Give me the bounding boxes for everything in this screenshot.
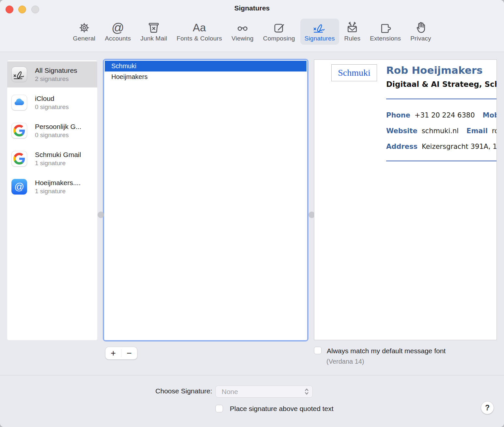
preview-website-row: Websiteschmuki.nlEmailro (386, 127, 497, 135)
add-remove-control: + − (105, 347, 137, 359)
mail-preferences-window: Signatures General @ Accounts (0, 0, 504, 427)
account-count: 1 signature (35, 160, 81, 167)
account-name: Hoeijmakers.... (35, 179, 81, 187)
tab-extensions[interactable]: Extensions (366, 19, 405, 45)
account-count: 0 signatures (35, 103, 69, 111)
compose-icon (272, 21, 286, 35)
account-count: 1 signature (35, 188, 81, 195)
puzzle-icon (379, 21, 392, 35)
signature-icon (313, 21, 326, 35)
google-icon (11, 123, 27, 138)
icloud-icon (11, 95, 27, 110)
preferences-toolbar: General @ Accounts Junk Mail Aa Font (0, 18, 504, 52)
at-account-icon: @ (11, 179, 27, 195)
preview-address-row: AddressKeizersgracht 391A, 1 (386, 143, 497, 150)
fonts-icon: Aa (193, 21, 206, 35)
signature-row-schmuki[interactable]: Schmuki (105, 61, 307, 71)
place-above-checkbox[interactable] (215, 405, 223, 412)
account-name: iCloud (35, 95, 69, 103)
tab-viewing[interactable]: Viewing (227, 19, 258, 45)
account-count: 2 signatures (35, 75, 77, 83)
sidebar-item-persoonlijk-gmail[interactable]: Persoonlijk G... 0 signatures (7, 118, 97, 144)
tab-general[interactable]: General (69, 19, 100, 45)
tab-composing[interactable]: Composing (259, 19, 299, 45)
help-button[interactable]: ? (481, 401, 494, 414)
tab-label: General (73, 35, 95, 42)
hand-icon (414, 21, 428, 35)
tab-rules[interactable]: Rules (340, 19, 365, 45)
account-name: Persoonlijk G... (35, 123, 81, 131)
rules-envelope-icon (345, 21, 359, 35)
tab-label: Privacy (410, 35, 431, 42)
choose-signature-label: Choose Signature: (98, 387, 212, 395)
preview-name: Rob Hoeijmakers (386, 64, 482, 76)
tab-signatures[interactable]: Signatures (300, 19, 339, 45)
signature-row-hoeijmakers[interactable]: Hoeijmakers (105, 71, 307, 82)
at-icon: @ (111, 21, 125, 35)
tab-label: Fonts & Colours (177, 35, 222, 42)
glasses-icon (236, 21, 249, 35)
sidebar-item-all-signatures[interactable]: All Signatures 2 signatures (7, 61, 97, 87)
sidebar-item-hoeijmakers[interactable]: @ Hoeijmakers.... 1 signature (7, 174, 97, 200)
tab-accounts[interactable]: @ Accounts (101, 19, 135, 45)
preview-divider-top (386, 99, 497, 99)
google-icon (11, 151, 27, 166)
gear-icon (77, 21, 91, 35)
match-font-row: Always match my default message font (314, 347, 446, 355)
preview-divider-bottom (386, 161, 497, 161)
tab-junk-mail[interactable]: Junk Mail (136, 19, 171, 45)
account-count: 0 signatures (35, 132, 81, 139)
window-title: Signatures (0, 4, 504, 12)
add-signature-button[interactable]: + (105, 347, 121, 359)
signature-list-inner: Schmuki Hoeijmakers (104, 60, 307, 340)
tab-fonts-colours[interactable]: Aa Fonts & Colours (172, 19, 226, 45)
tab-label: Viewing (231, 35, 254, 42)
titlebar: Signatures (0, 0, 504, 18)
splitter-handle-left[interactable] (98, 212, 104, 218)
sidebar-item-schmuki-gmail[interactable]: Schmuki Gmail 1 signature (7, 146, 97, 172)
place-above-label: Place signature above quoted text (230, 405, 334, 413)
preview-role: Digitaal & AI Strateeg, Sch (386, 80, 497, 88)
match-font-checkbox[interactable] (314, 347, 322, 354)
accounts-sidebar: All Signatures 2 signatures iCloud 0 sig… (7, 60, 97, 340)
window-chrome: Signatures General @ Accounts (0, 0, 504, 52)
tab-label: Signatures (305, 35, 335, 42)
junk-bin-icon (147, 21, 161, 35)
sidebar-item-icloud[interactable]: iCloud 0 signatures (7, 89, 97, 116)
tab-label: Composing (263, 35, 295, 42)
schmuki-logo: Schmuki (331, 64, 377, 81)
signature-preview: Schmuki Rob Hoeijmakers Digitaal & AI St… (314, 59, 497, 340)
tab-label: Extensions (370, 35, 401, 42)
account-name: All Signatures (35, 67, 77, 74)
match-font-label: Always match my default message font (327, 347, 446, 355)
tab-label: Accounts (105, 35, 131, 42)
chevron-up-down-icon (304, 388, 309, 395)
choose-signature-select[interactable]: None (215, 386, 313, 398)
preview-phone-row: Phone+31 20 224 6380Mob (386, 111, 497, 119)
selected-signature-value: None (222, 388, 304, 396)
remove-signature-button[interactable]: − (121, 347, 137, 359)
signature-list: Schmuki Hoeijmakers (103, 59, 308, 341)
footer-divider (0, 375, 504, 375)
tab-label: Junk Mail (140, 35, 167, 42)
tab-privacy[interactable]: Privacy (406, 19, 435, 45)
match-font-subtext: (Verdana 14) (326, 358, 364, 365)
all-signatures-icon (11, 67, 27, 82)
tab-label: Rules (344, 35, 361, 42)
account-name: Schmuki Gmail (35, 151, 81, 159)
